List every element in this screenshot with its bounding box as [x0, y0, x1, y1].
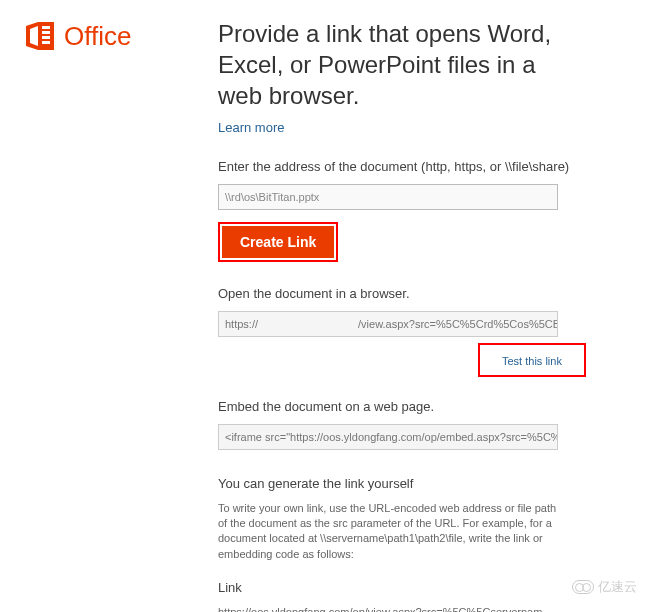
link-example-text: https://oos.yldongfang.com/op/view.aspx?… — [218, 605, 558, 612]
open-label: Open the document in a browser. — [218, 286, 578, 301]
watermark-text: 亿速云 — [598, 578, 637, 596]
learn-more-link[interactable]: Learn more — [218, 120, 284, 135]
svg-rect-4 — [42, 31, 50, 34]
generate-yourself-text: To write your own link, use the URL-enco… — [218, 501, 558, 563]
generate-yourself-title: You can generate the link yourself — [218, 476, 578, 491]
svg-rect-5 — [42, 36, 50, 39]
svg-rect-3 — [42, 26, 50, 29]
create-link-button[interactable]: Create Link — [222, 226, 334, 258]
svg-rect-6 — [42, 41, 50, 44]
address-input[interactable] — [218, 184, 558, 210]
open-url-output[interactable]: https:// /view.aspx?src=%5C%5Crd%5Cos%5C… — [218, 311, 558, 337]
address-label: Enter the address of the document (http,… — [218, 159, 578, 174]
watermark-icon — [572, 580, 594, 594]
embed-label: Embed the document on a web page. — [218, 399, 578, 414]
create-button-highlight: Create Link — [218, 222, 338, 262]
office-logo: Office — [24, 20, 131, 52]
svg-marker-2 — [30, 26, 38, 46]
link-example-title: Link — [218, 580, 578, 595]
test-link-highlight: Test this link — [478, 343, 586, 377]
embed-code-output[interactable]: <iframe src="https://oos.yldongfang.com/… — [218, 424, 558, 450]
watermark: 亿速云 — [572, 578, 637, 596]
test-this-link[interactable]: Test this link — [502, 355, 562, 367]
open-url-prefix: https:// — [225, 318, 258, 330]
office-icon — [24, 20, 56, 52]
embed-code-text: <iframe src="https://oos.yldongfang.com/… — [225, 431, 558, 443]
open-url-suffix: /view.aspx?src=%5C%5Crd%5Cos%5CBitTitan.… — [358, 318, 558, 330]
page-heading: Provide a link that opens Word, Excel, o… — [218, 18, 578, 112]
main-content: Provide a link that opens Word, Excel, o… — [218, 18, 578, 612]
office-logo-text: Office — [64, 21, 131, 52]
